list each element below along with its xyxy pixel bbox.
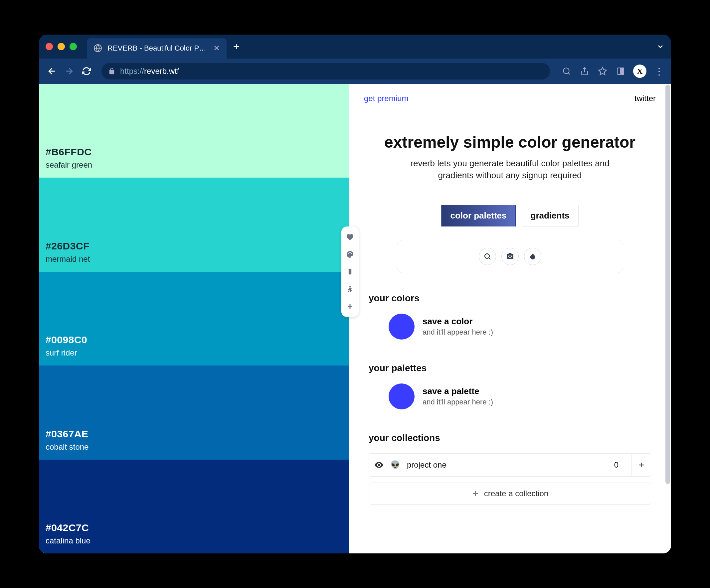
save-text: save a palette and it'll appear here :) [423, 386, 493, 407]
swatch[interactable]: #0098C0 surf rider [39, 272, 349, 366]
collection-name: project one [407, 460, 601, 470]
kebab-menu-icon[interactable]: ⋮ [654, 66, 664, 76]
hex-code: #0367AE [46, 428, 342, 440]
zoom-icon[interactable] [561, 66, 572, 76]
hex-code: #26D3CF [46, 241, 342, 252]
sidepanel-icon[interactable] [615, 66, 626, 76]
avatar[interactable]: X [633, 65, 646, 78]
browser-toolbar: https://reverb.wtf X ⋮ [39, 58, 671, 84]
url-text: https://reverb.wtf [120, 67, 179, 76]
browser-tab[interactable]: REVERB - Beautiful Color Palet ✕ [87, 38, 227, 58]
traffic-lights [46, 43, 77, 50]
add-to-collection-icon[interactable] [631, 454, 645, 476]
back-button[interactable] [46, 65, 58, 77]
cta-subtitle: and it'll appear here :) [423, 328, 493, 337]
hex-code: #0098C0 [46, 334, 342, 346]
color-circle [388, 384, 415, 410]
globe-icon [94, 44, 102, 52]
svg-point-7 [485, 254, 490, 259]
color-name: catalina blue [46, 536, 342, 545]
hex-code: #042C7C [46, 522, 342, 534]
tool-bar [397, 240, 623, 273]
plus-icon[interactable] [344, 300, 356, 312]
color-name: mermaid net [46, 254, 342, 264]
color-name: seafair green [46, 160, 342, 170]
minimize-window-button[interactable] [57, 43, 65, 50]
reload-button[interactable] [80, 65, 93, 77]
create-collection-label: create a collection [484, 489, 548, 498]
tab-close-icon[interactable]: ✕ [213, 44, 220, 53]
url-bar[interactable]: https://reverb.wtf [101, 63, 550, 79]
hero-subtitle: reverb lets you generate beautiful color… [404, 157, 616, 181]
your-palettes-section: your palettes save a palette and it'll a… [369, 363, 651, 410]
palette-icon[interactable] [344, 248, 356, 261]
camera-icon[interactable] [501, 248, 519, 265]
section-title: your collections [369, 433, 651, 443]
scrollbar[interactable] [665, 85, 670, 484]
mobile-icon[interactable] [344, 266, 356, 278]
floating-action-bar [341, 226, 359, 317]
svg-point-6 [349, 286, 351, 287]
toolbar-right: X ⋮ [561, 65, 664, 78]
share-icon[interactable] [579, 66, 590, 76]
save-color-card[interactable]: save a color and it'll appear here :) [369, 314, 651, 340]
collection-emoji: 👽 [390, 460, 400, 470]
forward-button[interactable] [63, 65, 75, 77]
save-text: save a color and it'll appear here :) [423, 316, 493, 337]
lock-icon [108, 68, 115, 75]
save-palette-card[interactable]: save a palette and it'll appear here :) [369, 384, 651, 410]
gradients-mode-button[interactable]: gradients [522, 205, 578, 226]
create-collection-button[interactable]: create a collection [369, 483, 651, 505]
sections: your colors save a color and it'll appea… [349, 273, 671, 505]
color-name: surf rider [46, 348, 342, 358]
tabs-dropdown-icon[interactable] [657, 43, 664, 51]
heart-icon[interactable] [344, 231, 356, 243]
svg-marker-2 [598, 67, 606, 74]
cta-subtitle: and it'll appear here :) [423, 398, 493, 407]
search-icon[interactable] [479, 248, 496, 265]
new-tab-button[interactable]: + [233, 41, 240, 53]
section-title: your palettes [369, 363, 651, 373]
right-panel: get premium twitter extremely simple col… [349, 84, 671, 554]
swatch[interactable]: #26D3CF mermaid net [39, 178, 349, 271]
swatch[interactable]: #042C7C catalina blue [39, 460, 349, 554]
hero: extremely simple color generator reverb … [349, 113, 671, 192]
hex-code: #B6FFDC [46, 146, 342, 157]
twitter-link[interactable]: twitter [635, 94, 656, 103]
svg-rect-5 [349, 269, 351, 274]
svg-rect-4 [620, 68, 624, 74]
cta-title: save a palette [423, 386, 493, 396]
hero-title: extremely simple color generator [369, 133, 651, 151]
your-collections-section: your collections 👽 project one 0 [369, 433, 651, 505]
color-circle [388, 314, 415, 340]
droplet-icon[interactable] [524, 248, 541, 265]
section-title: your colors [369, 293, 651, 304]
page-content: #B6FFDC seafair green #26D3CF mermaid ne… [39, 84, 671, 554]
top-links: get premium twitter [349, 84, 671, 113]
premium-link[interactable]: get premium [364, 94, 408, 103]
star-icon[interactable] [597, 66, 608, 76]
browser-window: REVERB - Beautiful Color Palet ✕ + https… [39, 34, 671, 554]
palette-panel: #B6FFDC seafair green #26D3CF mermaid ne… [39, 84, 349, 554]
tab-title: REVERB - Beautiful Color Palet [108, 44, 208, 52]
swatch[interactable]: #B6FFDC seafair green [39, 84, 349, 178]
maximize-window-button[interactable] [70, 43, 77, 50]
collection-count: 0 [608, 454, 624, 476]
svg-point-1 [563, 68, 569, 74]
color-name: cobalt stone [46, 442, 342, 451]
plus-icon [471, 490, 479, 497]
mode-toggle: color palettes gradients [349, 205, 671, 226]
swatch[interactable]: #0367AE cobalt stone [39, 366, 349, 459]
your-colors-section: your colors save a color and it'll appea… [369, 293, 651, 340]
palettes-mode-button[interactable]: color palettes [441, 205, 515, 226]
collection-row[interactable]: 👽 project one 0 [369, 453, 651, 476]
eye-icon[interactable] [374, 460, 384, 470]
close-window-button[interactable] [46, 43, 53, 50]
accessibility-icon[interactable] [344, 283, 356, 295]
cta-title: save a color [423, 316, 493, 326]
titlebar: REVERB - Beautiful Color Palet ✕ + [39, 34, 671, 58]
